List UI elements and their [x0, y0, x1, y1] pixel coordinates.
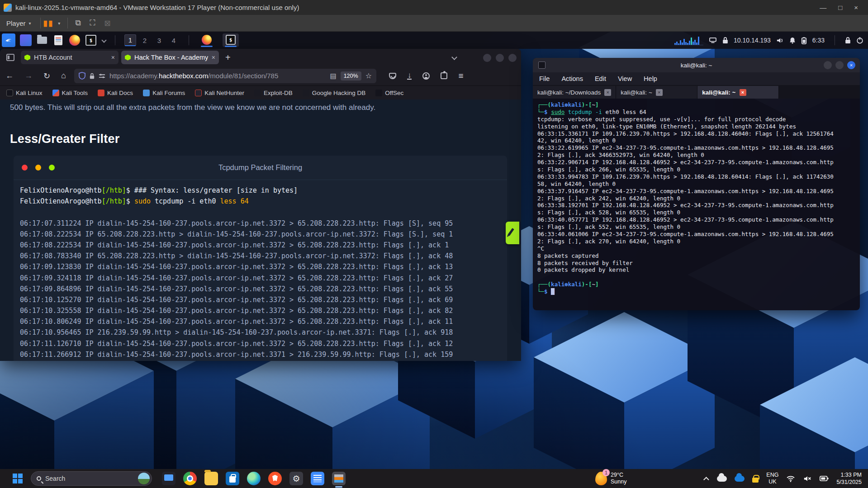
maximize-button[interactable]: □ [838, 4, 842, 11]
home-icon[interactable]: ⌂ [61, 71, 66, 81]
panel-clock[interactable]: 6:33 [812, 37, 825, 44]
clock-widget[interactable]: 1:33 PM 5/31/2025 [836, 471, 862, 486]
bookmark-item[interactable]: Google Hacking DB [303, 90, 366, 96]
taskbar-brave-icon[interactable] [268, 472, 282, 485]
notes-sticky-button[interactable] [506, 222, 519, 244]
pocket-icon[interactable] [389, 73, 396, 79]
taskbar-file-explorer-icon[interactable] [204, 472, 218, 485]
tab-close-icon[interactable]: × [212, 54, 215, 61]
menu-icon[interactable]: ≡ [458, 71, 463, 81]
terminal-maximize-button[interactable] [835, 61, 844, 69]
site-permissions-icon[interactable] [99, 73, 105, 79]
back-icon[interactable]: ← [5, 71, 14, 81]
bookmark-item[interactable]: OffSec [375, 90, 403, 96]
terminal-menu-item[interactable]: Actions [561, 75, 583, 82]
kali-menu-button[interactable] [2, 33, 15, 47]
tracking-shield-icon[interactable] [79, 72, 85, 80]
appfinder-icon[interactable] [20, 34, 32, 46]
downloads-icon[interactable]: ↓ [407, 72, 412, 80]
taskbar-monitor-icon[interactable] [162, 472, 175, 485]
taskbar-edge-icon[interactable] [247, 472, 261, 485]
forward-icon[interactable]: → [24, 71, 33, 81]
url-text[interactable]: https://academy.hackthebox.com/module/81… [109, 72, 326, 80]
taskbar-settings-icon[interactable]: ⚙ [289, 472, 303, 485]
onedrive-cloud-icon[interactable] [717, 476, 727, 482]
terminal-tab-close-icon[interactable]: × [656, 89, 663, 96]
notifications-bell-icon[interactable] [789, 37, 796, 44]
ethernet-icon[interactable] [709, 37, 717, 43]
battery-tray-icon[interactable] [820, 475, 829, 482]
workspace-button[interactable]: 3 [153, 34, 165, 46]
power-options-caret-icon[interactable]: ▾ [58, 21, 60, 26]
terminal-tab[interactable]: kali@kali: ~ × [616, 86, 697, 99]
taskbar-store-icon[interactable] [226, 472, 239, 485]
zoom-level-badge[interactable]: 120% [341, 71, 361, 81]
new-tab-button[interactable]: + [225, 52, 231, 63]
browser-tab[interactable]: HTB Account × [21, 51, 119, 64]
bookmark-item[interactable]: Kali Forums [143, 90, 185, 96]
workspace-button[interactable]: 1 [124, 34, 136, 46]
terminal-tab[interactable]: kali@kali: ~/Downloads × [533, 86, 616, 99]
firefox-maximize-button[interactable] [496, 54, 504, 62]
bookmark-item[interactable]: Kali Docs [98, 90, 133, 96]
bookmark-item[interactable]: Kali Linux [6, 90, 43, 96]
power-icon[interactable] [856, 37, 863, 44]
taskbar-firefox-window[interactable] [201, 33, 213, 47]
url-bar[interactable]: https://academy.hackthebox.com/module/81… [74, 69, 376, 83]
start-button[interactable] [13, 474, 23, 483]
cloud-sync-icon[interactable] [735, 476, 745, 482]
firefox-view-icon[interactable] [6, 54, 14, 61]
terminal-tab-close-icon[interactable]: × [740, 89, 746, 96]
extensions-icon[interactable] [441, 72, 447, 79]
vpn-lock-icon[interactable] [722, 37, 728, 44]
search-box[interactable]: Search [31, 471, 152, 486]
firefox-launcher-icon[interactable] [69, 34, 81, 46]
text-editor-icon[interactable] [52, 34, 64, 46]
account-icon[interactable] [422, 72, 430, 80]
reader-view-icon[interactable]: ▤ [330, 72, 336, 80]
terminal-tab[interactable]: kali@kali: ~ × [697, 86, 779, 99]
workspace-button[interactable]: 2 [139, 34, 151, 46]
reload-icon[interactable]: ↻ [43, 71, 50, 81]
fullscreen-icon[interactable]: ⛶ [90, 19, 95, 28]
bookmark-item[interactable]: Kali NetHunter [195, 90, 244, 96]
firefox-close-button[interactable] [508, 54, 517, 62]
taskbar-notepad-icon[interactable] [311, 472, 324, 485]
terminal-menu-item[interactable]: File [539, 75, 550, 82]
taskbar-terminal-window[interactable]: $ [223, 33, 239, 47]
tray-chevron-up-icon[interactable] [703, 477, 709, 483]
volume-muted-icon[interactable] [803, 475, 812, 482]
vpn-ip-address[interactable]: 10.10.14.193 [734, 37, 771, 44]
bookmark-star-icon[interactable]: ☆ [365, 71, 372, 80]
weather-widget[interactable]: 1 29°C Sunny [595, 472, 626, 485]
firefox-minimize-button[interactable] [483, 54, 491, 62]
suspend-vm-button[interactable]: ▮▮ [43, 19, 54, 28]
minimize-button[interactable]: — [820, 4, 826, 11]
terminal-menu-item[interactable]: View [618, 75, 632, 82]
tab-close-icon[interactable]: × [111, 54, 115, 61]
terminal-minimize-button[interactable] [824, 61, 832, 69]
https-lock-icon[interactable] [90, 73, 95, 79]
list-all-tabs-icon[interactable] [451, 54, 457, 60]
launcher-caret-icon[interactable] [101, 38, 106, 43]
terminal-launcher-icon[interactable]: $ [85, 34, 97, 46]
file-manager-icon[interactable] [36, 34, 48, 46]
bookmark-item[interactable]: Exploit-DB [254, 90, 293, 96]
taskbar-chrome-icon[interactable] [183, 472, 197, 485]
terminal-menu-item[interactable]: Help [644, 75, 657, 82]
terminal-tab-close-icon[interactable]: × [604, 89, 611, 96]
player-menu-button[interactable]: Player ▾ [0, 15, 38, 31]
taskbar-vmware-icon[interactable] [332, 472, 346, 485]
lock-screen-icon[interactable] [845, 37, 851, 44]
browser-tab[interactable]: Hack The Box - Academy × [121, 51, 219, 64]
terminal-titlebar[interactable]: kali@kali: ~ × [533, 58, 860, 72]
terminal-close-button[interactable]: × [847, 61, 855, 69]
language-indicator[interactable]: ENG UK [766, 472, 778, 485]
volume-icon[interactable] [776, 37, 784, 44]
battery-icon[interactable] [801, 37, 807, 44]
terminal-menu-item[interactable]: Edit [595, 75, 606, 82]
workspace-button[interactable]: 4 [168, 34, 180, 46]
wifi-icon[interactable] [786, 475, 795, 482]
devices-icon[interactable]: ⧉ [75, 19, 81, 28]
close-button[interactable]: × [854, 4, 858, 11]
